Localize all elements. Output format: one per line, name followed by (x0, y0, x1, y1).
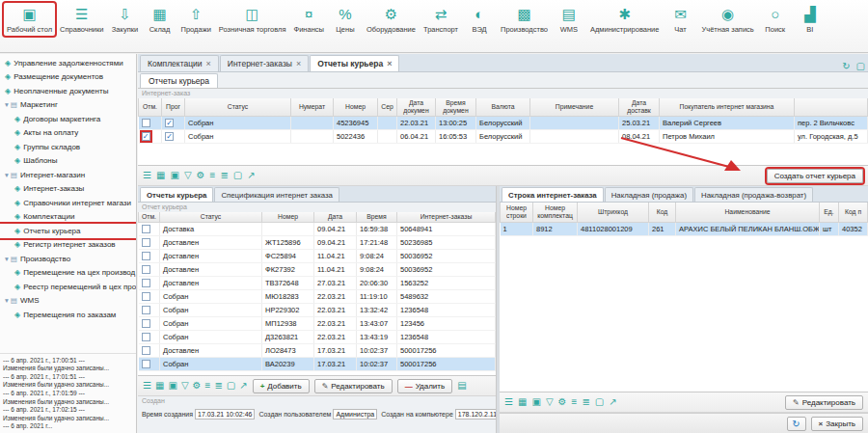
table-cell[interactable]: 500017256 (397, 344, 496, 358)
close-button[interactable]: × Закрыть (811, 417, 863, 431)
table-cell[interactable]: ЖТ125896 (262, 236, 314, 250)
sidebar-item[interactable]: ◈Отчеты курьера (0, 224, 136, 238)
table-cell[interactable]: 17.03.21 (314, 358, 357, 371)
toolbar-item-desktop[interactable]: ▣Рабочий стол (4, 3, 55, 36)
table-row[interactable]: 189124811028001209261АРАХИС БЕЛЫЙ ПЕЛИКА… (501, 222, 868, 235)
table-cell[interactable]: Валерий Сергеев (660, 117, 795, 130)
column-header[interactable]: Нумерат (291, 98, 334, 117)
tab-close-icon[interactable]: × (387, 59, 392, 68)
calendar-icon[interactable]: ▣ (168, 378, 176, 393)
table-row[interactable]: ДоставленЛО2847317.03.2110:02:3750001725… (139, 344, 496, 358)
tab[interactable]: Отчеты курьера (140, 187, 213, 202)
table-cell[interactable] (139, 117, 162, 130)
table-cell[interactable]: Доставлен (160, 344, 262, 358)
list-view-icon[interactable]: ☰ (143, 168, 151, 183)
table-cell[interactable]: ✓ (162, 117, 185, 130)
sidebar-item[interactable]: ▾ ▤Маркетинг (0, 98, 136, 113)
column-header[interactable]: Штрихкод (578, 203, 649, 222)
table-cell[interactable]: ул. Городская, д.5 (795, 130, 868, 144)
table-cell[interactable]: 11.04.21 (314, 250, 357, 263)
table-cell[interactable]: МЮ18283 (262, 290, 314, 304)
sidebar-item[interactable]: ◈Управление задолженностями (0, 56, 136, 70)
table-row[interactable]: СобранМЮ1828322.03.2111:19:105489632 (139, 290, 496, 304)
table-cell[interactable]: 45236945 (334, 117, 378, 130)
table-cell[interactable]: 27.03.21 (314, 277, 357, 290)
table-cell[interactable]: 50236985 (397, 236, 496, 250)
column-header[interactable]: Сер (378, 98, 397, 117)
table-cell[interactable]: ТВ372648 (262, 277, 314, 290)
table-cell[interactable] (139, 236, 160, 250)
table-cell[interactable]: 16:59:38 (357, 223, 397, 236)
sidebar-item[interactable]: ▾ ▤WMS (0, 294, 136, 309)
table-cell[interactable] (139, 331, 160, 344)
table-cell[interactable]: 50036952 (397, 263, 496, 277)
table-cell[interactable]: 06.04.21 (397, 130, 436, 144)
column-header[interactable]: Отм. (139, 98, 162, 117)
table-cell[interactable]: 1236548 (397, 331, 496, 344)
table-cell[interactable]: 17.03.21 (314, 344, 357, 358)
tab[interactable]: Отчеты курьера× (310, 55, 399, 71)
table-cell[interactable]: 11.04.21 (314, 263, 357, 277)
list-view-icon[interactable]: ☰ (504, 394, 513, 410)
sidebar-item[interactable]: ◈Договоры маркетинга (0, 112, 136, 126)
create-courier-report-button[interactable]: Создать отчет курьера (767, 169, 863, 183)
export-icon[interactable]: ↗ (239, 378, 247, 393)
toolbar-item-wms[interactable]: ▤WMS (553, 3, 585, 36)
table-cell[interactable]: 9:08:24 (357, 263, 397, 277)
table-cell[interactable] (139, 317, 160, 331)
table-cell[interactable]: 25.03.21 (619, 117, 660, 130)
table-cell[interactable]: Петров Михаил (660, 130, 795, 144)
table-cell[interactable] (139, 223, 160, 236)
tab[interactable]: Накладная (продажа) (605, 187, 693, 202)
sort-icon[interactable]: ≡ (210, 168, 216, 183)
toolbar-item-purchases[interactable]: ⇩Закупки (109, 3, 142, 36)
calendar-icon[interactable]: ▣ (170, 168, 178, 183)
column-header[interactable]: Покупатель интернет магазина (660, 98, 795, 117)
table-cell[interactable]: Собран (160, 358, 262, 371)
table-row[interactable]: СобранМП1293822.03.2113:43:07123456 (139, 317, 496, 331)
add-button[interactable]: + Добавить (253, 379, 310, 393)
table-cell[interactable]: Белорусский (476, 117, 530, 130)
column-header[interactable]: Дата докумен (397, 98, 436, 117)
table-cell[interactable]: Собран (160, 290, 262, 304)
copy-icon[interactable]: ▢ (233, 168, 242, 183)
column-header[interactable]: Номер (262, 212, 314, 223)
sidebar-item[interactable]: ◈Группы складов (0, 140, 136, 154)
table-cell[interactable]: Собран (185, 130, 291, 144)
row-checkbox[interactable] (142, 346, 150, 355)
column-header[interactable]: Ед. (820, 203, 839, 222)
table-cell[interactable]: 16:05:53 (436, 130, 476, 144)
sidebar-item[interactable]: ◈Размещение документов (0, 70, 136, 85)
tab[interactable]: Интернет-заказы× (220, 55, 309, 71)
table-cell[interactable] (139, 304, 160, 317)
column-header[interactable]: Наименование (676, 203, 820, 222)
row-checkbox[interactable] (142, 119, 150, 127)
table-cell[interactable]: НР229302 (262, 304, 314, 317)
sidebar-item[interactable]: ◈Справочники интернет магази (0, 196, 136, 210)
toolbar-item-retail[interactable]: ◫Розничная торговля (216, 3, 289, 36)
table-cell[interactable]: 11:19:10 (357, 290, 397, 304)
toolbar-item-sales[interactable]: ⇧Продажи (178, 3, 214, 36)
table-cell[interactable]: ЛО28473 (262, 344, 314, 358)
table-cell[interactable] (139, 250, 160, 263)
column-header[interactable]: Статус (160, 212, 262, 223)
toolbar-item-finance[interactable]: ¤Финансы (290, 3, 327, 36)
column-header[interactable]: Код п (839, 203, 868, 222)
column-header[interactable]: Время докумен (436, 98, 476, 117)
table-cell[interactable]: пер. 2 Вильчковс (795, 117, 868, 130)
column-header[interactable]: Статус (185, 98, 291, 117)
columns-icon[interactable]: ≣ (220, 168, 228, 183)
table-cell[interactable]: 22.03.21 (314, 304, 357, 317)
table-cell[interactable] (262, 223, 314, 236)
tab[interactable]: Накладная (продажа-возврат) (694, 187, 813, 202)
export-icon[interactable]: ↗ (247, 168, 255, 183)
table-cell[interactable]: 09.04.21 (314, 236, 357, 250)
table-cell[interactable]: 1 (501, 222, 533, 235)
settings-icon[interactable]: ⚙ (558, 394, 567, 410)
table-cell[interactable] (378, 130, 397, 144)
row-checkbox[interactable] (142, 279, 150, 287)
table-cell[interactable]: Доставлен (160, 236, 262, 250)
sidebar-item[interactable]: ◈Регистр интернет заказов (0, 238, 136, 253)
row-checkbox[interactable]: ✓ (142, 132, 150, 141)
table-cell[interactable]: 5022436 (334, 130, 378, 144)
